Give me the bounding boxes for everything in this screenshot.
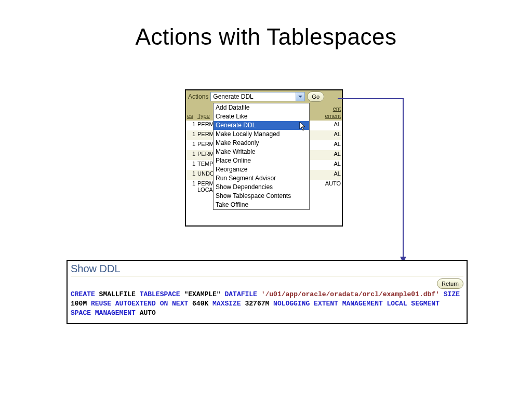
actions-option[interactable]: Take Offline bbox=[214, 201, 309, 209]
tablespaces-actions-panel: Actions Generate DDL Go es Type ent emen… bbox=[185, 89, 343, 227]
page-title: Actions with Tablespaces bbox=[0, 24, 532, 50]
actions-option[interactable]: Reorganize bbox=[214, 165, 309, 174]
actions-option[interactable]: Show Dependencies bbox=[214, 183, 309, 192]
actions-option[interactable]: Create Like bbox=[214, 112, 309, 121]
actions-dropdown-list[interactable]: Add DatafileCreate LikeGenerate DDLMake … bbox=[213, 103, 310, 210]
actions-dropdown-value: Generate DDL bbox=[213, 93, 253, 100]
actions-option[interactable]: Show Tablespace Contents bbox=[214, 192, 309, 201]
cursor-icon bbox=[299, 122, 307, 131]
actions-option[interactable]: Make Writable bbox=[214, 148, 309, 156]
actions-option[interactable]: Generate DDL bbox=[214, 121, 309, 130]
actions-option[interactable]: Place Online bbox=[214, 156, 309, 165]
actions-dropdown[interactable]: Generate DDL bbox=[210, 92, 305, 101]
actions-toolbar: Actions Generate DDL Go bbox=[186, 90, 342, 103]
col-es: es bbox=[186, 103, 196, 121]
chevron-down-icon bbox=[296, 92, 304, 101]
actions-option[interactable]: Make Locally Managed bbox=[214, 130, 309, 139]
actions-label: Actions bbox=[188, 93, 208, 100]
return-button[interactable]: Return bbox=[437, 278, 463, 289]
actions-option[interactable]: Add Datafile bbox=[214, 103, 309, 112]
show-ddl-title: Show DDL bbox=[71, 262, 463, 276]
ddl-statement: CREATE SMALLFILE TABLESPACE "EXAMPLE" DA… bbox=[71, 290, 463, 318]
go-button[interactable]: Go bbox=[307, 91, 324, 102]
show-ddl-panel: Show DDL Return CREATE SMALLFILE TABLESP… bbox=[66, 260, 468, 324]
actions-option[interactable]: Run Segment Advisor bbox=[214, 174, 309, 183]
actions-option[interactable]: Make Readonly bbox=[214, 139, 309, 148]
